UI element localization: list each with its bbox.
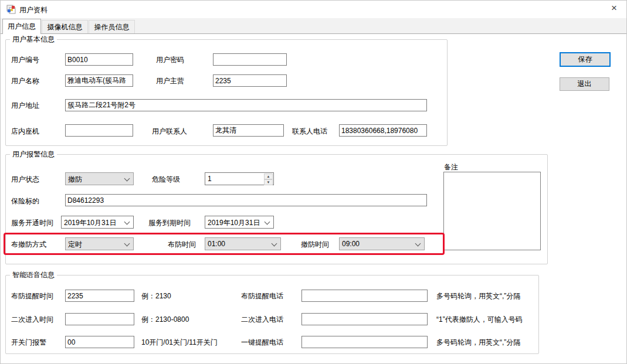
arm-mode-value: 定时 — [68, 240, 82, 250]
address-input[interactable] — [65, 99, 427, 111]
user-id-input[interactable] — [65, 53, 133, 66]
password-input[interactable] — [213, 53, 287, 66]
title-bar: 用户资料 × — [1, 1, 626, 18]
arm-remind-phone-input[interactable] — [301, 290, 428, 302]
onekey-remind-phone-hint: 多号码轮询，用英文“,”分隔 — [436, 338, 520, 346]
danger-level-stepper[interactable]: 1 ▲ ▼ — [205, 172, 274, 185]
landline-input[interactable] — [65, 124, 133, 137]
second-entry-phone-input[interactable] — [301, 313, 428, 325]
user-name-label: 用户名称 — [11, 77, 39, 85]
chevron-down-icon — [124, 176, 130, 182]
remark-textarea[interactable] — [443, 172, 541, 250]
user-name-input[interactable] — [65, 74, 133, 87]
service-end-datepicker[interactable]: 2019年10月31日 — [205, 216, 274, 229]
danger-level-label: 危险等级 — [152, 175, 180, 183]
remark-label: 备注 — [444, 163, 458, 171]
danger-level-value: 1 — [208, 175, 212, 183]
service-start-datepicker[interactable]: 2019年10月31日 — [61, 216, 134, 229]
chevron-down-icon — [124, 219, 130, 225]
user-status-value: 撤防 — [68, 175, 82, 185]
app-icon — [6, 5, 16, 14]
chevron-down-icon — [272, 241, 277, 247]
tab-camera-info[interactable]: 摄像机信息 — [42, 20, 88, 33]
arm-remind-phone-hint: 多号码轮询，用英文“,”分隔 — [436, 292, 520, 300]
arm-remind-time-hint: 例：2130 — [141, 292, 171, 300]
window-title: 用户资料 — [19, 5, 48, 15]
arm-remind-phone-label: 布防提醒电话 — [241, 292, 283, 300]
main-business-input[interactable] — [213, 74, 287, 87]
close-icon[interactable]: × — [604, 1, 624, 17]
arm-time-value: 01:00 — [208, 240, 225, 248]
save-button[interactable]: 保存 — [560, 52, 611, 67]
door-alarm-input[interactable] — [65, 336, 134, 348]
group-basic-info-title: 用户基本信息 — [10, 35, 57, 43]
service-start-label: 服务开通时间 — [11, 219, 53, 227]
second-entry-time-input[interactable] — [65, 313, 134, 325]
onekey-remind-phone-input[interactable] — [301, 336, 428, 348]
contact-phone-input[interactable] — [339, 124, 427, 137]
password-label: 用户密码 — [156, 56, 184, 64]
arm-remind-time-input[interactable] — [65, 290, 134, 302]
disarm-time-value: 09:00 — [342, 240, 360, 248]
address-label: 用户地址 — [11, 101, 39, 110]
insurance-input[interactable] — [65, 194, 427, 206]
arm-time-select[interactable]: 01:00 — [205, 237, 281, 250]
user-status-select[interactable]: 撤防 — [65, 172, 134, 185]
onekey-remind-phone-label: 一键提醒电话 — [241, 338, 283, 346]
user-profile-window: 用户资料 × 用户信息 摄像机信息 操作员信息 用户基本信息 用户编号 用户密码… — [0, 0, 627, 364]
group-voice-info-title: 智能语音信息 — [10, 271, 57, 279]
second-entry-time-label: 二次进入时间 — [11, 315, 53, 324]
chevron-down-icon — [265, 219, 270, 225]
chevron-down-icon — [415, 241, 421, 247]
arm-time-label: 布防时间 — [168, 240, 196, 249]
group-alarm-info-title: 用户报警信息 — [10, 150, 57, 158]
service-end-label: 服务到期时间 — [148, 219, 191, 227]
user-id-label: 用户编号 — [11, 56, 39, 64]
spinner-buttons[interactable]: ▲ ▼ — [264, 174, 273, 184]
user-status-label: 用户状态 — [11, 175, 39, 183]
contact-label: 用户联系人 — [152, 127, 187, 135]
main-business-label: 用户主营 — [156, 77, 184, 85]
exit-button[interactable]: 退出 — [560, 77, 609, 91]
contact-phone-label: 联系人电话 — [292, 127, 327, 135]
tab-operator-info[interactable]: 操作员信息 — [89, 20, 135, 33]
second-entry-time-hint: 例：2130-0800 — [141, 315, 189, 324]
arm-mode-select[interactable]: 定时 — [65, 237, 134, 250]
contact-input[interactable] — [213, 124, 284, 137]
tab-user-info[interactable]: 用户信息 — [2, 19, 41, 34]
disarm-time-label: 撤防时间 — [301, 240, 329, 249]
door-alarm-hint: 10开门/01关门/11开关门 — [141, 338, 218, 346]
door-alarm-label: 开关门报警 — [11, 338, 46, 346]
second-entry-phone-label: 二次进入电话 — [241, 315, 283, 324]
arm-remind-time-label: 布防提醒时间 — [11, 292, 53, 300]
disarm-time-select[interactable]: 09:00 — [339, 237, 425, 250]
arm-mode-label: 布撤防方式 — [11, 240, 46, 249]
service-end-value: 2019年10月31日 — [208, 218, 260, 228]
spin-down-icon[interactable]: ▼ — [264, 179, 273, 185]
service-start-value: 2019年10月31日 — [64, 218, 116, 228]
landline-label: 店内座机 — [11, 127, 39, 135]
tab-strip: 用户信息 摄像机信息 操作员信息 — [1, 18, 626, 34]
chevron-down-icon — [124, 241, 130, 247]
insurance-label: 保险标的 — [11, 197, 39, 205]
second-entry-phone-hint: “1”代表撤防人，可输入号码 — [436, 315, 523, 324]
spin-up-icon[interactable]: ▲ — [264, 174, 273, 179]
